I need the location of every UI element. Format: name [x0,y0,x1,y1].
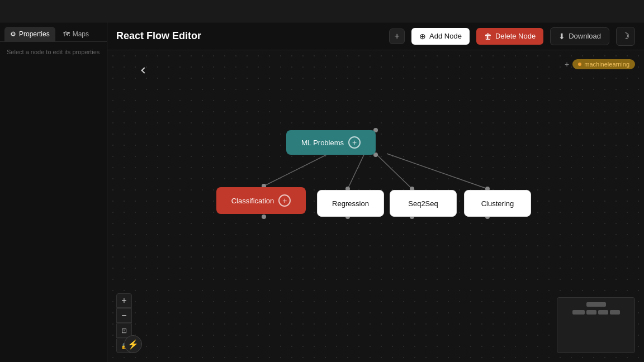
minimap-node [586,310,596,315]
svg-line-2 [376,154,412,189]
minimap-node [610,310,620,315]
top-bar [0,0,644,22]
editor-area: React Flow Editor + ⊕ Add Node 🗑 Delete … [107,22,644,362]
gear-icon: ⚙ [10,30,16,38]
sidebar-tabs: ⚙ Properties 🗺 Maps [0,22,107,42]
delete-node-button[interactable]: 🗑 Delete Node [476,28,543,45]
node-seq2seq[interactable]: Seq2Seq [390,190,457,217]
minimap [557,297,635,353]
ml-problems-expand-button[interactable]: + [348,136,361,149]
canvas[interactable]: + machinelearning [107,50,644,362]
lightning-icon: ⚡ [127,339,139,350]
delete-icon: 🗑 [484,32,492,41]
add-node-icon: ⊕ [419,32,426,41]
svg-point-9 [262,215,266,219]
map-icon: 🗺 [63,30,70,38]
lightning-button[interactable]: ⚡ [124,335,142,353]
plus-button[interactable]: + [389,28,405,44]
zoom-in-button[interactable]: + [116,293,132,308]
tab-properties[interactable]: ⚙ Properties [4,27,55,41]
machinelearning-badge[interactable]: machinelearning [572,59,635,69]
theme-toggle-button[interactable]: ☽ [616,27,635,46]
badge-dot [578,63,581,66]
node-classification[interactable]: Classification + [216,187,306,214]
sidebar-empty-message: Select a node to edit its properties [0,42,107,62]
download-icon: ⬇ [558,32,565,41]
cursor-indicator [141,67,147,73]
sidebar: ⚙ Properties 🗺 Maps Select a node to edi… [0,22,107,362]
badge-plus-button[interactable]: + [565,60,569,69]
moon-icon: ☽ [622,31,629,41]
node-regression[interactable]: Regression [317,190,384,217]
classification-expand-button[interactable]: + [278,194,291,207]
badge-container: + machinelearning [565,59,635,69]
download-button[interactable]: ⬇ Download [550,27,609,45]
node-ml-problems[interactable]: ML Problems + [286,130,376,155]
svg-line-1 [348,154,364,189]
minimap-node [586,302,606,307]
zoom-out-button[interactable]: − [116,308,132,323]
editor-header: React Flow Editor + ⊕ Add Node 🗑 Delete … [107,22,644,50]
editor-title: React Flow Editor [116,30,382,42]
minimap-node [572,310,585,315]
svg-line-3 [387,154,487,189]
fit-icon: ⊡ [121,327,127,335]
node-clustering[interactable]: Clustering [464,190,531,217]
tab-maps[interactable]: 🗺 Maps [58,27,94,41]
add-node-button[interactable]: ⊕ Add Node [411,28,470,45]
minimap-node [598,310,608,315]
